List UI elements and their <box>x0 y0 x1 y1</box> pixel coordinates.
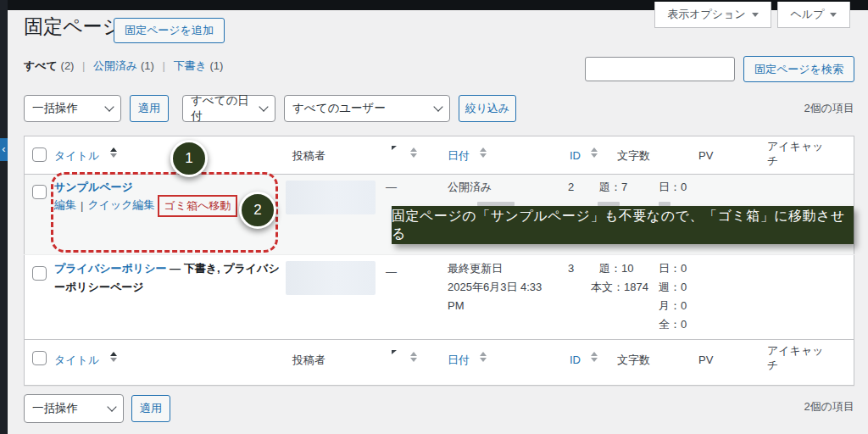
step-1-badge: 1 <box>170 140 208 177</box>
select-all-checkbox[interactable] <box>32 351 47 365</box>
page-title: 固定ページ <box>24 14 122 40</box>
row-checkbox[interactable] <box>32 185 47 199</box>
chevron-down-icon <box>752 13 759 17</box>
view-draft-link[interactable]: 下書き <box>174 59 207 72</box>
callout-banner: 固定ページの「サンプルページ」も不要なので、「ゴミ箱」に移動させる <box>392 206 854 244</box>
bulk-action-select-bottom[interactable]: 一括操作 <box>24 394 124 423</box>
column-chars: 文字数 <box>617 353 650 367</box>
sort-arrows-icon <box>410 352 417 362</box>
id-value: 3 <box>568 261 574 275</box>
apply-button[interactable]: 適用 <box>130 95 169 122</box>
item-count-bottom: 2個の項目 <box>763 399 854 415</box>
wordpress-pages-screen: ‹ 表示オプション ヘルプ 固定ページ 固定ページを追加 すべて (2) | 公… <box>0 0 868 434</box>
sort-arrows-icon <box>110 352 117 362</box>
column-title-sort[interactable]: タイトル <box>54 148 99 163</box>
chars-value: 題：7 <box>599 180 627 194</box>
row-checkbox[interactable] <box>32 266 47 281</box>
user-filter-select[interactable]: すべてのユーザー <box>284 95 450 122</box>
chevron-down-icon <box>830 13 837 17</box>
filter-button[interactable]: 絞り込み <box>459 95 516 122</box>
admin-menu-strip <box>0 0 8 434</box>
pv-value: 月：0 <box>659 298 687 313</box>
page-title-link[interactable]: プライバシーポリシー <box>54 262 166 275</box>
column-featured: アイキャッチ <box>767 343 824 372</box>
bulk-action-value: 一括操作 <box>32 401 78 416</box>
column-chars: 文字数 <box>617 148 650 163</box>
sort-arrows-icon <box>591 147 598 158</box>
view-all-link[interactable]: すべて <box>24 59 58 72</box>
search-pages-button[interactable]: 固定ページを検索 <box>743 56 854 82</box>
view-all-count: (2) <box>61 59 75 72</box>
date-meridiem: PM <box>448 298 465 313</box>
screen-options-label: 表示オプション <box>667 7 746 22</box>
page-title-cell: プライバシーポリシー — 下書き, プライバシーポリシーページ <box>54 259 287 297</box>
current-menu-pointer-icon: ‹ <box>0 138 8 161</box>
separator: | <box>82 59 85 72</box>
view-published-link[interactable]: 公開済み <box>93 59 137 72</box>
search-input[interactable] <box>585 57 735 81</box>
screen-options-button[interactable]: 表示オプション <box>654 2 771 28</box>
user-filter-value: すべてのユーザー <box>292 101 386 116</box>
sort-arrows-icon <box>480 352 487 362</box>
sort-arrows-icon <box>110 147 117 158</box>
column-author: 投稿者 <box>292 353 326 367</box>
date-filter-value: すべての日付 <box>191 93 253 124</box>
view-published-count: (1) <box>141 59 154 72</box>
column-date-sort[interactable]: 日付 <box>448 353 470 367</box>
date-filter-select[interactable]: すべての日付 <box>182 95 275 122</box>
add-page-button[interactable]: 固定ページを追加 <box>114 18 225 43</box>
chars-value: 題：10 <box>599 261 633 275</box>
view-draft-count: (1) <box>209 59 223 72</box>
row-divider <box>24 254 854 255</box>
id-value: 2 <box>568 180 574 194</box>
pv-value: 日：0 <box>659 180 687 194</box>
sort-arrows-icon <box>591 352 598 362</box>
chars-body-value: 本文：1874 <box>591 280 648 294</box>
chevron-down-icon <box>107 402 116 411</box>
bulk-action-value: 一括操作 <box>32 101 78 116</box>
sort-arrows-icon <box>410 147 417 158</box>
author-redacted <box>286 181 376 214</box>
author-redacted <box>286 261 376 295</box>
column-pv: PV <box>698 353 713 367</box>
column-title-sort[interactable]: タイトル <box>54 353 99 367</box>
column-author: 投稿者 <box>292 148 326 163</box>
item-count-top: 2個の項目 <box>763 101 854 116</box>
column-id-sort[interactable]: ID <box>570 148 581 163</box>
step-2-badge: 2 <box>239 192 276 229</box>
date-value: 2025年6月3日 4:33 <box>448 280 542 294</box>
chevron-down-icon <box>104 102 114 111</box>
chevron-down-icon <box>433 102 442 111</box>
footer-divider <box>24 339 854 340</box>
select-all-checkbox[interactable] <box>32 147 47 162</box>
date-label: 最終更新日 <box>448 261 503 275</box>
column-pv: PV <box>698 148 713 163</box>
status-value: 公開済み <box>448 180 492 194</box>
comments-value: — <box>386 264 397 279</box>
separator: | <box>163 59 165 72</box>
view-filters: すべて (2) | 公開済み (1) | 下書き (1) <box>24 58 223 74</box>
column-featured: アイキャッチ <box>767 139 824 168</box>
help-button[interactable]: ヘルプ <box>777 2 850 28</box>
apply-button-bottom[interactable]: 適用 <box>131 395 170 422</box>
pv-value: 日：0 <box>659 261 687 275</box>
chevron-down-icon <box>259 102 268 111</box>
column-date-sort[interactable]: 日付 <box>448 148 470 163</box>
help-label: ヘルプ <box>791 7 825 22</box>
bulk-action-select[interactable]: 一括操作 <box>24 95 121 122</box>
column-id-sort[interactable]: ID <box>570 353 581 367</box>
sort-arrows-icon <box>480 147 487 158</box>
pv-value: 全：0 <box>659 317 687 331</box>
pv-value: 週：0 <box>659 280 687 294</box>
comments-value: — <box>386 180 397 194</box>
